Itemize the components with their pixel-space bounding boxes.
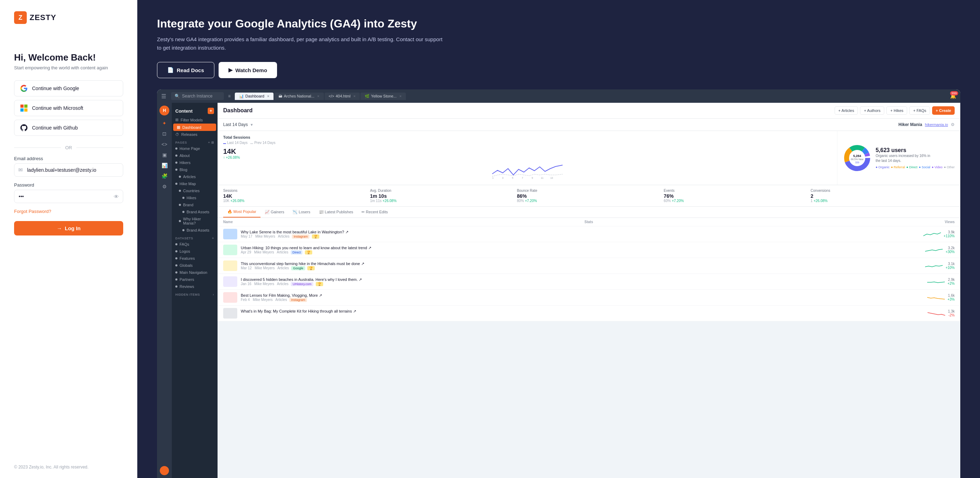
row-views: 1.6k bbox=[948, 294, 955, 297]
nav-globals[interactable]: Globals bbox=[172, 262, 218, 269]
stat-sessions: Sessions 14K 10K +26.08% bbox=[223, 189, 367, 203]
nav-features[interactable]: Features bbox=[172, 255, 218, 262]
toolbar-divider-icon: ≡ bbox=[228, 94, 231, 98]
legend-other: ● Other bbox=[944, 165, 955, 169]
nav-logos[interactable]: Logos bbox=[172, 248, 218, 255]
row-title[interactable]: Urban Hiking: 10 things you need to lear… bbox=[241, 246, 921, 250]
dashboard-icon: ▦ bbox=[177, 125, 180, 130]
tab-latest-publishes[interactable]: 📰 Latest Publishes bbox=[315, 206, 358, 218]
row-thumbnail bbox=[223, 245, 237, 255]
row-title[interactable]: What's in My Bag: My Complete Kit for Hi… bbox=[241, 309, 924, 314]
svg-text:13: 13 bbox=[550, 177, 553, 179]
nav-brand-assets-2[interactable]: Brand Assets bbox=[172, 227, 218, 234]
tab-losers[interactable]: 📉 Losers bbox=[288, 206, 314, 218]
svg-text:7: 7 bbox=[522, 177, 523, 179]
github-login-button[interactable]: Continue with Github bbox=[14, 120, 123, 136]
row-title[interactable]: I discovered 5 hidden beaches in Austral… bbox=[241, 277, 924, 282]
login-button[interactable]: → Log In bbox=[14, 221, 123, 235]
nav-reviews[interactable]: Reviews bbox=[172, 283, 218, 290]
add-authors-button[interactable]: + Authors bbox=[860, 106, 884, 115]
tab-dashboard[interactable]: 📊 Dashboard × bbox=[235, 92, 274, 100]
hidden-chevron-icon[interactable]: › bbox=[213, 293, 214, 296]
sidebar-bottom bbox=[160, 466, 169, 475]
nav-dot bbox=[175, 243, 177, 245]
row-stats: 3.1k +10% bbox=[945, 262, 955, 270]
sidebar-nav-settings[interactable]: ⚙ bbox=[162, 184, 167, 189]
nav-releases[interactable]: ⏱ Releases bbox=[172, 131, 218, 138]
add-hikes-button[interactable]: + Hikes bbox=[886, 106, 907, 115]
footer-text: © 2023 Zesty.io, Inc. All rights reserve… bbox=[14, 465, 88, 470]
row-title[interactable]: Why Lake Serene is the most beautiful La… bbox=[241, 230, 920, 234]
row-content: Urban Hiking: 10 things you need to lear… bbox=[241, 246, 921, 254]
row-title[interactable]: Best Lenses for Film Making, Vlogging, M… bbox=[241, 293, 924, 298]
sidebar-nav-analytics[interactable]: 📊 bbox=[162, 163, 167, 168]
sidebar-nav-media[interactable]: ▣ bbox=[162, 152, 167, 158]
period-selector[interactable]: Last 14 Days ▼ bbox=[223, 122, 253, 127]
nav-about[interactable]: About bbox=[172, 152, 218, 159]
users-desc: Organic users increased by 16% in the la… bbox=[875, 154, 932, 163]
row-meta: Feb 4 Mike Meyers Articles Instagram bbox=[241, 298, 924, 302]
svg-rect-2 bbox=[21, 108, 24, 111]
row-thumbnail bbox=[223, 229, 237, 239]
pages-add-icon[interactable]: + ⊞ bbox=[208, 141, 214, 145]
datasets-add-icon[interactable]: + bbox=[212, 237, 214, 240]
tab-yellowstone[interactable]: 🌿 Yellow Stone... × bbox=[360, 92, 406, 100]
add-content-button[interactable]: + bbox=[208, 108, 214, 114]
nav-hikes[interactable]: Hikes bbox=[172, 194, 218, 201]
nav-brand[interactable]: Brand bbox=[172, 201, 218, 208]
svg-text:11: 11 bbox=[541, 177, 544, 179]
add-faqs-button[interactable]: + FAQs bbox=[909, 106, 930, 115]
period-chevron: ▼ bbox=[250, 123, 253, 127]
stat-events: Events 76% 60% +7.20% bbox=[664, 189, 808, 203]
nav-countries[interactable]: Countries bbox=[172, 187, 218, 194]
row-title[interactable]: This unconventional step farming hike in… bbox=[241, 262, 921, 266]
nav-dot bbox=[179, 190, 181, 192]
nav-blog[interactable]: Blog bbox=[172, 166, 218, 173]
tab-arches[interactable]: 🏔 Arches National... × bbox=[274, 92, 323, 100]
nav-dot bbox=[175, 183, 177, 185]
table-row: This unconventional step farming hike in… bbox=[218, 258, 960, 274]
nav-faqs[interactable]: FAQs bbox=[172, 241, 218, 248]
nav-main-navigation[interactable]: Main Navigation bbox=[172, 269, 218, 276]
notification-bell[interactable]: 🔔 999 bbox=[950, 93, 956, 99]
github-icon bbox=[20, 124, 28, 132]
site-settings-icon[interactable]: ⚙ bbox=[951, 122, 955, 127]
create-button[interactable]: + Create bbox=[932, 106, 955, 115]
nav-home-page[interactable]: Home Page bbox=[172, 145, 218, 152]
svg-text:5: 5 bbox=[512, 177, 513, 179]
sessions-section: Total Sessions Last 14 Days Prev 14 Days… bbox=[218, 131, 837, 185]
google-login-button[interactable]: Continue with Google bbox=[14, 80, 123, 97]
svg-text:5,284: 5,284 bbox=[853, 154, 861, 158]
row-stats: 1.6k +3% bbox=[948, 294, 955, 301]
nav-filter-models[interactable]: ⊞ Filter Models bbox=[172, 116, 218, 124]
tab-gainers[interactable]: 📈 Gainers bbox=[261, 206, 289, 218]
nav-hikemap[interactable]: Hike Map bbox=[172, 180, 218, 187]
email-input[interactable] bbox=[14, 163, 123, 177]
nav-hikers[interactable]: Hikers bbox=[172, 159, 218, 166]
read-docs-button[interactable]: 📄 Read Docs bbox=[157, 62, 215, 78]
row-tag: UHistory.com bbox=[291, 282, 313, 286]
nav-partners[interactable]: Partners bbox=[172, 276, 218, 283]
tab-404[interactable]: </> 404.html × bbox=[325, 92, 360, 100]
user-avatar bbox=[160, 466, 169, 475]
tab-most-popular[interactable]: 🔥 Most Popular bbox=[223, 206, 261, 218]
cta-buttons: 📄 Read Docs ▶ Watch Demo bbox=[157, 62, 960, 78]
nav-why-hiker[interactable]: Why Hiker Mania? bbox=[172, 215, 218, 227]
watch-demo-button[interactable]: ▶ Watch Demo bbox=[219, 62, 277, 78]
microsoft-login-button[interactable]: Continue with Microsoft bbox=[14, 100, 123, 116]
sidebar-nav-content[interactable]: ✦ bbox=[162, 121, 167, 126]
sidebar-nav-code[interactable]: <> bbox=[162, 141, 167, 147]
tab-recent-edits[interactable]: ✏ Recent Edits bbox=[357, 206, 392, 218]
sidebar-nav-schema[interactable]: ⊡ bbox=[162, 131, 167, 137]
nav-brand-assets-1[interactable]: Brand Assets bbox=[172, 208, 218, 215]
password-toggle-icon[interactable]: 👁 bbox=[114, 194, 119, 200]
promo-panel: Integrate your Google Analytics (GA4) in… bbox=[137, 0, 980, 478]
add-articles-button[interactable]: + Articles bbox=[835, 106, 858, 115]
row-tag: Direct bbox=[291, 250, 303, 254]
nav-articles[interactable]: Articles bbox=[172, 173, 218, 180]
site-url[interactable]: hikermania.io bbox=[925, 122, 948, 127]
password-input[interactable] bbox=[14, 190, 123, 203]
nav-dashboard[interactable]: ▦ Dashboard bbox=[173, 124, 216, 131]
sidebar-nav-puzzle[interactable]: 🧩 bbox=[162, 173, 167, 179]
forgot-password-link[interactable]: Forgot Password? bbox=[14, 209, 123, 214]
